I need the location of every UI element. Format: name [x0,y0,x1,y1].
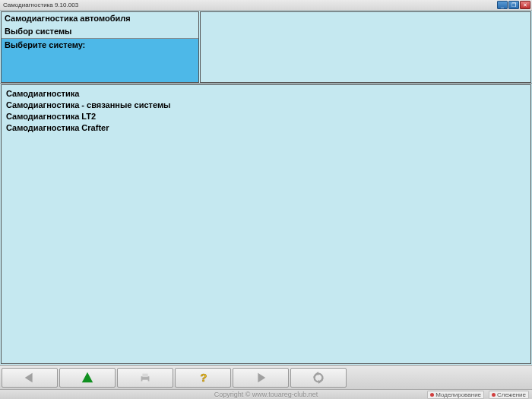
go-button[interactable] [59,368,116,388]
system-list: Самодиагностика Самодиагностика - связан… [1,84,531,364]
top-panels: Самодиагностика автомобиля Выбор системы… [0,11,532,84]
question-icon: ? [196,371,210,385]
status-label: Моделирование [435,391,481,398]
list-item[interactable]: Самодиагностика LT2 [6,111,526,122]
forward-button[interactable] [233,368,289,388]
status-tracking[interactable]: Слежение [489,391,529,399]
left-panel-prompt: Выберите систему: [2,38,198,82]
status-bar: Copyright © www.touareg-club.net Моделир… [0,389,532,399]
help-button[interactable]: ? [175,368,231,388]
back-button[interactable] [2,368,58,388]
right-info-panel [200,11,531,83]
svg-rect-3 [142,373,147,377]
close-button[interactable]: ✕ [520,1,530,9]
left-panel-line2: Выбор системы [2,25,198,38]
status-dot-icon [430,393,434,397]
status-dot-icon [492,393,496,397]
bottom-toolbar: ? [0,365,532,389]
refresh-icon [312,371,325,385]
minimize-button[interactable]: _ [497,1,508,9]
window-controls: _ ❐ ✕ [497,1,530,9]
status-label: Слежение [497,391,526,398]
list-item[interactable]: Самодиагностика Crafter [6,122,526,134]
triangle-up-icon [81,371,94,385]
svg-text:?: ? [200,372,207,384]
triangle-right-icon [254,371,268,385]
svg-marker-1 [82,372,93,382]
left-panel-line1: Самодиагностика автомобиля [2,12,198,25]
list-item[interactable]: Самодиагностика [6,88,526,100]
svg-rect-4 [142,379,147,382]
maximize-button[interactable]: ❐ [508,1,519,9]
window-title: Самодиагностика 9.10.003 [3,2,497,8]
print-icon [138,371,152,385]
list-item[interactable]: Самодиагностика - связанные системы [6,100,526,111]
window-titlebar: Самодиагностика 9.10.003 _ ❐ ✕ [0,0,532,11]
status-simulation[interactable]: Моделирование [427,391,484,399]
refresh-button[interactable] [290,368,347,388]
svg-marker-0 [25,372,33,382]
triangle-left-icon [23,371,36,385]
print-button[interactable] [117,368,173,388]
svg-marker-6 [258,372,265,382]
left-info-panel: Самодиагностика автомобиля Выбор системы… [1,11,199,83]
copyright-text: Copyright © www.touareg-club.net [214,391,318,398]
